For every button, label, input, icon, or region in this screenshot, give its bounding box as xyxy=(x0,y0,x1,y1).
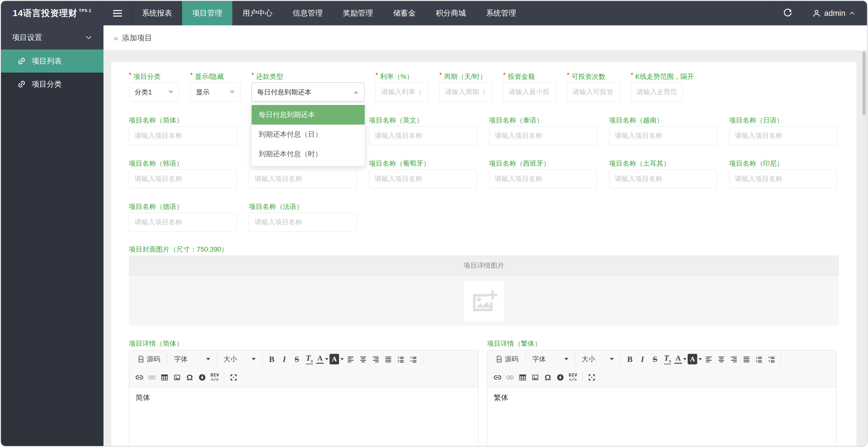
nav-item-system[interactable]: 系统管理 xyxy=(476,1,526,25)
show-hide-select[interactable]: 显示 xyxy=(190,83,240,101)
name-thai-input[interactable] xyxy=(489,126,597,145)
nav-item-points-mall[interactable]: 积分商城 xyxy=(426,1,476,25)
align-center-button[interactable] xyxy=(716,353,727,365)
nav-item-savings[interactable]: 储蓄金 xyxy=(383,1,426,25)
strikethrough-button[interactable]: S xyxy=(649,353,661,365)
special-char-button[interactable]: Ω xyxy=(542,372,554,383)
name-japanese-input[interactable] xyxy=(729,126,837,145)
sidebar-group-project-settings[interactable]: 项目设置 xyxy=(1,25,103,50)
name-english-input[interactable] xyxy=(369,126,477,145)
bulleted-list-button[interactable] xyxy=(408,353,419,365)
align-left-button[interactable] xyxy=(345,353,356,365)
maximize-button[interactable] xyxy=(586,372,597,383)
editor-content[interactable]: 简体 xyxy=(129,387,478,447)
svg-text:2: 2 xyxy=(756,360,757,363)
nav-item-info[interactable]: 信息管理 xyxy=(283,1,333,25)
dropdown-option-maturity-day[interactable]: 到期还本付息（日） xyxy=(252,125,365,144)
maximize-button[interactable] xyxy=(228,372,239,383)
image-upload-placeholder[interactable] xyxy=(464,281,504,321)
name-simplified-input[interactable] xyxy=(129,126,237,145)
required-asterisk: * xyxy=(129,71,132,79)
editor-toolbar-row-2: Ω DIV</> xyxy=(487,368,836,387)
table-button[interactable] xyxy=(159,372,170,383)
period-input[interactable] xyxy=(439,83,492,101)
align-right-button[interactable] xyxy=(728,353,740,365)
div-container-button[interactable]: DIV</> xyxy=(209,372,220,383)
name-french-input[interactable] xyxy=(249,213,357,231)
sidebar-item-project-list[interactable]: 项目列表 xyxy=(1,50,103,72)
remove-format-button[interactable]: Tx xyxy=(304,353,315,365)
caret-down-icon xyxy=(168,91,173,94)
bold-button[interactable]: B xyxy=(266,353,278,365)
required-asterisk: * xyxy=(503,71,506,79)
field-label: K线走势范围，隔开 xyxy=(636,72,694,81)
dropdown-option-maturity-hour[interactable]: 到期还本付息（时） xyxy=(252,144,365,164)
link-button[interactable] xyxy=(492,372,503,383)
font-family-combo[interactable]: 字体 xyxy=(529,353,571,365)
kline-range-input[interactable] xyxy=(631,83,683,101)
source-button[interactable]: 源码 xyxy=(134,353,164,365)
invest-amount-input[interactable] xyxy=(503,83,556,101)
bulleted-list-button[interactable] xyxy=(766,353,777,365)
bg-color-button[interactable]: A xyxy=(330,353,344,365)
cover-upload-area[interactable] xyxy=(129,276,839,326)
unlink-button[interactable] xyxy=(146,372,158,383)
ordered-list-button[interactable]: 12 xyxy=(753,353,765,365)
align-center-button[interactable] xyxy=(358,353,369,365)
flash-button[interactable] xyxy=(196,372,208,383)
dropdown-option-daily-interest[interactable]: 每日付息到期还本 xyxy=(252,105,365,125)
vertical-scrollbar-thumb[interactable] xyxy=(863,51,866,115)
remove-format-button[interactable]: Tx xyxy=(662,353,673,365)
font-size-combo[interactable]: 大小 xyxy=(220,353,259,365)
bg-color-button[interactable]: A xyxy=(688,353,702,365)
name-german-input[interactable] xyxy=(129,213,237,231)
invest-times-input[interactable] xyxy=(567,83,620,101)
nav-item-projects[interactable]: 项目管理 xyxy=(182,1,232,25)
table-button[interactable] xyxy=(517,372,528,383)
image-button[interactable] xyxy=(529,372,541,383)
editor-content[interactable]: 繁体 xyxy=(487,387,836,447)
italic-button[interactable]: I xyxy=(279,353,290,365)
align-justify-button[interactable] xyxy=(382,353,394,365)
interest-rate-input[interactable] xyxy=(375,83,428,101)
font-size-combo[interactable]: 大小 xyxy=(579,353,617,365)
image-button[interactable] xyxy=(171,372,183,383)
text-color-button[interactable]: A xyxy=(674,353,687,365)
name-korean-input[interactable] xyxy=(129,169,237,188)
name-input[interactable] xyxy=(249,169,357,188)
name-spanish-input[interactable] xyxy=(489,169,597,188)
refresh-button[interactable] xyxy=(774,1,802,25)
flash-button[interactable] xyxy=(555,372,566,383)
name-vietnamese-input[interactable] xyxy=(609,126,717,145)
nav-item-users[interactable]: 用户中心 xyxy=(232,1,283,25)
page-title: 添加项目 xyxy=(122,33,152,43)
source-button[interactable]: 源码 xyxy=(492,353,522,365)
project-category-select[interactable]: 分类1 xyxy=(129,83,179,101)
name-portuguese-input[interactable] xyxy=(369,169,477,188)
sidebar-item-label: 项目列表 xyxy=(32,56,62,66)
align-left-button[interactable] xyxy=(703,353,715,365)
special-char-button[interactable]: Ω xyxy=(184,372,195,383)
name-indonesian-input[interactable] xyxy=(729,169,837,188)
strikethrough-button[interactable]: S xyxy=(291,353,303,365)
ordered-list-button[interactable]: 12 xyxy=(395,353,407,365)
align-justify-button[interactable] xyxy=(741,353,752,365)
div-container-button[interactable]: DIV</> xyxy=(567,372,579,383)
sidebar-toggle-button[interactable] xyxy=(103,1,132,25)
nav-item-rewards[interactable]: 奖励管理 xyxy=(333,1,383,25)
nav-item-reports[interactable]: 系统报表 xyxy=(132,1,182,25)
user-menu[interactable]: admin xyxy=(802,1,867,25)
italic-button[interactable]: I xyxy=(637,353,648,365)
unlink-button[interactable] xyxy=(504,372,516,383)
text-color-button[interactable]: A xyxy=(316,353,329,365)
name-turkish-input[interactable] xyxy=(609,169,717,188)
field-name-portuguese: 项目名称（葡萄牙） xyxy=(369,159,477,188)
sidebar-item-project-category[interactable]: 项目分类 xyxy=(1,72,103,96)
field-label: 项目名称（日语） xyxy=(729,116,783,125)
repay-type-select[interactable]: 每日付息到期还本 xyxy=(251,83,365,101)
font-family-combo[interactable]: 字体 xyxy=(171,353,213,365)
link-button[interactable] xyxy=(134,372,145,383)
field-name-spanish: 项目名称（西班牙） xyxy=(489,159,597,188)
bold-button[interactable]: B xyxy=(624,353,636,365)
align-right-button[interactable] xyxy=(370,353,381,365)
